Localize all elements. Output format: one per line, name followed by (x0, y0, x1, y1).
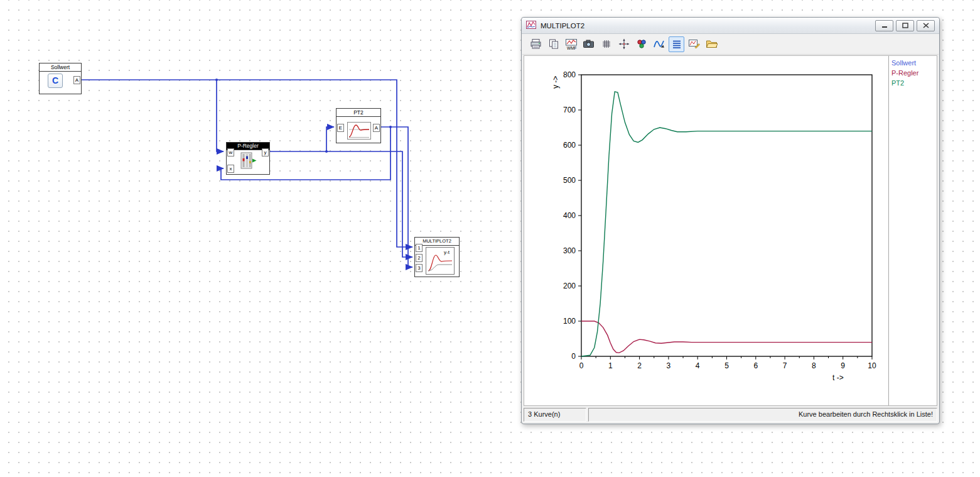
toolbar-properties-button[interactable] (704, 36, 719, 52)
multiplot-window[interactable]: MULTIPLOT2 (521, 17, 940, 424)
wmf-export-icon: WMF (565, 38, 578, 50)
x-tick-label: 5 (724, 361, 729, 370)
port-out-a[interactable]: A (373, 124, 380, 132)
x-tick-label: 4 (696, 361, 700, 370)
x-tick-label: 1 (608, 361, 613, 370)
plot-frame (581, 75, 872, 356)
wire-sollwert-to-pregler-w[interactable] (217, 80, 223, 151)
y-tick-label: 600 (563, 141, 576, 150)
status-hint: Kurve bearbeiten durch Rechtsklick in Li… (588, 408, 937, 422)
toolbar-copy-button[interactable] (546, 36, 561, 52)
constant-icon: C (48, 74, 63, 88)
wire-junction (215, 79, 218, 81)
toolbar-curve-edit-button[interactable] (686, 36, 702, 52)
window-icon (526, 20, 536, 31)
toolbar-wmf-export-button[interactable]: WMF (563, 36, 579, 52)
port-in-1[interactable]: 1 (416, 244, 423, 252)
maximize-icon (902, 23, 908, 28)
curve-style-icon (653, 38, 665, 50)
y-tick-label: 300 (563, 246, 576, 255)
legend-list: SollwertP-ReglerPT2 (891, 58, 934, 88)
grid-icon (601, 38, 612, 50)
chart: y -> t -> 010020030040050060070080001234… (525, 56, 890, 395)
wire-junction (389, 126, 392, 128)
x-tick-label: 10 (868, 361, 876, 370)
wire-pregler-to-pt2-e[interactable] (326, 127, 334, 151)
plot-toolbar: WMF (522, 34, 939, 55)
controller-icon (240, 152, 257, 172)
legend-item-pt2[interactable]: PT2 (891, 78, 934, 88)
legend-item-p-regler[interactable]: P-Regler (891, 68, 934, 78)
port-in-e[interactable]: E (337, 124, 344, 132)
axis-ticks: 0100200300400500600700800012345678910 (563, 70, 876, 370)
window-titlebar[interactable]: MULTIPLOT2 (522, 18, 939, 34)
svg-text:WMF: WMF (567, 46, 577, 50)
step-response-icon (347, 122, 371, 142)
curves (581, 92, 872, 356)
copy-icon (548, 38, 559, 50)
toolbar-curve-list-button[interactable] (669, 36, 684, 52)
minimize-button[interactable] (875, 20, 893, 31)
toolbar-camera-button[interactable] (581, 36, 596, 52)
close-icon (923, 23, 929, 28)
curve-list-icon (671, 38, 682, 50)
curve-legend-panel[interactable]: SollwertP-ReglerPT2 (888, 56, 937, 405)
block-pt2[interactable]: PT2 E A (336, 108, 381, 143)
port-out-y[interactable]: y (262, 148, 269, 156)
diagram-workspace[interactable]: Sollwert C A P-Regler w x y PT2 (0, 0, 980, 477)
print-icon (530, 38, 542, 50)
window-statusbar: 3 Kurve(n) Kurve bearbeiten durch Rechts… (524, 408, 937, 422)
multiplot-mini-chart-icon: y-t (426, 247, 455, 277)
x-tick-label: 8 (812, 361, 816, 370)
y-tick-label: 400 (563, 211, 576, 220)
x-axis-label: t -> (832, 373, 844, 382)
x-tick-label: 6 (753, 361, 758, 370)
curve-p-regler[interactable] (581, 321, 872, 353)
port-out-a[interactable]: A (73, 76, 80, 84)
y-tick-label: 200 (563, 282, 576, 290)
mini-chart-label: y-t (444, 249, 450, 255)
y-tick-label: 100 (563, 317, 576, 326)
block-multiplot2[interactable]: MULTIPLOT2 y-t 1 2 3 (414, 237, 460, 277)
x-tick-label: 0 (579, 361, 584, 370)
x-tick-label: 7 (783, 361, 787, 370)
window-title: MULTIPLOT2 (541, 22, 584, 30)
plot-area: y -> t -> 010020030040050060070080001234… (524, 55, 937, 406)
port-in-3[interactable]: 3 (416, 264, 423, 272)
colors-icon (636, 38, 647, 50)
wire-pregler-to-multiplot2[interactable] (270, 151, 412, 257)
block-title: Sollwert (40, 63, 81, 72)
port-in-x[interactable]: x (227, 165, 234, 173)
block-title: PT2 (337, 109, 380, 117)
properties-folder-icon (706, 38, 718, 50)
curve-count-status: 3 Kurve(n) (524, 408, 586, 422)
y-tick-label: 500 (563, 176, 576, 185)
toolbar-colors-button[interactable] (633, 36, 649, 52)
toolbar-axes-button[interactable] (616, 36, 632, 52)
x-tick-label: 9 (841, 361, 845, 370)
minimize-icon (881, 23, 888, 28)
toolbar-grid-button[interactable] (598, 36, 614, 52)
block-sollwert[interactable]: Sollwert C A (39, 63, 82, 94)
y-tick-label: 700 (563, 106, 576, 114)
y-tick-label: 800 (563, 70, 576, 79)
y-tick-label: 0 (571, 352, 576, 361)
legend-item-sollwert[interactable]: Sollwert (891, 58, 934, 68)
maximize-button[interactable] (896, 20, 914, 31)
block-p-regler[interactable]: P-Regler w x y (226, 142, 270, 175)
toolbar-print-button[interactable] (528, 36, 544, 52)
port-in-w[interactable]: w (227, 148, 234, 156)
y-axis-label: y -> (551, 76, 560, 89)
axes-crosshair-icon (618, 38, 630, 50)
port-in-2[interactable]: 2 (416, 254, 423, 262)
curve-pt2[interactable] (581, 92, 872, 356)
close-button[interactable] (917, 20, 935, 31)
curve-edit-icon (688, 38, 700, 50)
x-tick-label: 2 (637, 361, 642, 370)
wire-junction (325, 150, 328, 153)
camera-icon (583, 38, 595, 50)
toolbar-curve-style-button[interactable] (651, 36, 667, 52)
x-tick-label: 3 (667, 361, 671, 370)
